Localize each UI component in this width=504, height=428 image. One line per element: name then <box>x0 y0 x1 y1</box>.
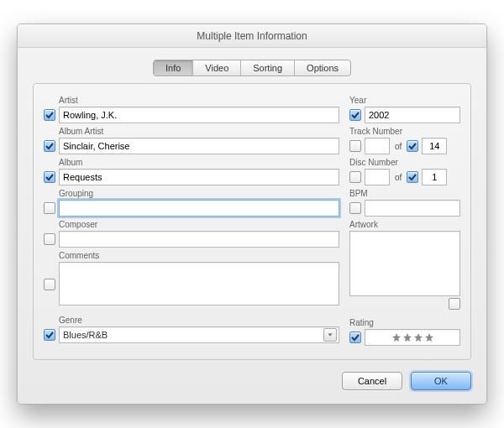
input-album-artist[interactable] <box>59 138 339 154</box>
title-bar: Multiple Item Information <box>18 24 486 48</box>
button-label: Cancel <box>358 376 386 386</box>
checkbox-bpm[interactable] <box>349 202 361 214</box>
label-artwork: Artwork <box>349 220 460 229</box>
star-icon <box>402 332 412 342</box>
right-column: Year Track Number of Disc Number <box>349 92 460 349</box>
tab-label: Info <box>165 63 181 73</box>
tab-options[interactable]: Options <box>295 60 350 76</box>
label-genre: Genre <box>59 316 339 325</box>
input-disc-number[interactable] <box>365 169 390 185</box>
label-year: Year <box>349 96 460 105</box>
checkbox-track-total[interactable] <box>407 140 418 152</box>
tab-label: Video <box>205 63 228 73</box>
label-rating: Rating <box>349 318 460 327</box>
label-album-artist: Album Artist <box>59 127 339 136</box>
checkbox-grouping[interactable] <box>44 202 55 214</box>
dialog-window: Multiple Item Information Info Video Sor… <box>17 23 487 405</box>
checkbox-artwork[interactable] <box>449 298 460 310</box>
checkbox-genre[interactable] <box>44 329 55 341</box>
segmented-control: Info Video Sorting Options <box>153 60 351 76</box>
label-grouping: Grouping <box>59 189 339 198</box>
checkbox-composer[interactable] <box>44 233 55 245</box>
label-composer: Composer <box>59 220 339 229</box>
tab-label: Options <box>307 63 339 73</box>
label-of-track: of <box>393 142 403 151</box>
dialog-footer: Cancel OK <box>33 372 471 390</box>
checkbox-disc-total[interactable] <box>407 171 418 183</box>
label-comments: Comments <box>59 251 339 260</box>
checkbox-comments[interactable] <box>44 279 55 290</box>
info-panel: Artist Album Artist Album <box>33 83 471 360</box>
input-comments[interactable] <box>59 262 339 305</box>
label-disc-number: Disc Number <box>349 158 460 167</box>
cancel-button[interactable]: Cancel <box>342 372 402 390</box>
combo-genre-value: Blues/R&B <box>63 330 108 340</box>
checkbox-album[interactable] <box>44 171 55 183</box>
star-icon <box>424 332 434 342</box>
checkbox-rating[interactable] <box>349 331 361 343</box>
label-track-number: Track Number <box>349 127 460 136</box>
combo-genre[interactable]: Blues/R&B <box>59 326 339 343</box>
input-track-number[interactable] <box>365 138 390 154</box>
label-of-disc: of <box>393 173 403 182</box>
checkbox-disc-number[interactable] <box>349 171 361 183</box>
tab-bar: Info Video Sorting Options <box>33 60 471 76</box>
tab-label: Sorting <box>253 63 282 73</box>
rating-control[interactable] <box>365 329 460 346</box>
label-bpm: BPM <box>349 189 460 198</box>
input-disc-total[interactable] <box>422 169 447 185</box>
star-icon <box>391 332 402 342</box>
input-composer[interactable] <box>59 231 339 248</box>
tab-info[interactable]: Info <box>154 60 193 76</box>
input-year[interactable] <box>365 107 460 123</box>
checkbox-track-number[interactable] <box>349 140 361 152</box>
ok-button[interactable]: OK <box>411 372 471 390</box>
tab-sorting[interactable]: Sorting <box>241 60 295 76</box>
window-title: Multiple Item Information <box>197 30 307 42</box>
label-album: Album <box>59 158 339 167</box>
input-album[interactable] <box>59 169 339 185</box>
tab-video[interactable]: Video <box>193 60 241 76</box>
label-artist: Artist <box>59 96 339 105</box>
input-artist[interactable] <box>59 107 339 123</box>
artwork-well[interactable] <box>349 231 460 296</box>
input-track-total[interactable] <box>422 138 447 154</box>
star-icon <box>413 332 423 342</box>
checkbox-year[interactable] <box>349 109 361 121</box>
checkbox-artist[interactable] <box>44 109 55 121</box>
dialog-content: Info Video Sorting Options Artist Album … <box>18 48 486 404</box>
left-column: Artist Album Artist Album <box>44 92 339 349</box>
input-bpm[interactable] <box>365 200 460 217</box>
input-grouping[interactable] <box>59 200 339 217</box>
chevron-down-icon[interactable] <box>323 328 337 342</box>
button-label: OK <box>434 376 448 386</box>
checkbox-album-artist[interactable] <box>44 140 55 152</box>
